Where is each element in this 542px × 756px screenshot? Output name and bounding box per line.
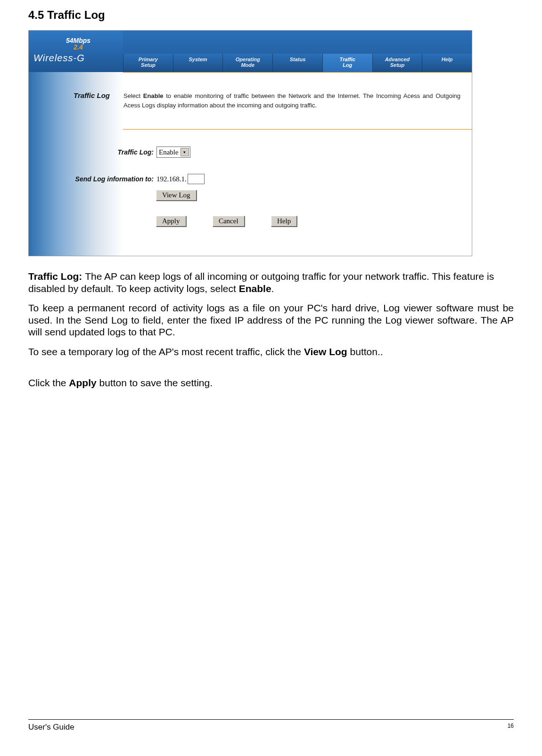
section-description: Select Enable to enable monitoring of tr…	[123, 91, 460, 110]
traffic-log-label: Traffic Log:	[29, 148, 156, 156]
ip-octet-input[interactable]	[188, 174, 205, 184]
sidebar-gradient	[29, 72, 123, 256]
footer-title: User's Guide	[28, 723, 74, 732]
apply-button[interactable]: Apply	[156, 216, 186, 227]
page-footer: User's Guide 16	[28, 719, 514, 732]
tab-primary-setup[interactable]: PrimarySetup	[123, 54, 173, 72]
app-screenshot: 54Mbps 2.4 Wireless-G PrimarySetupSystem…	[28, 30, 472, 256]
tab-advanced-setup[interactable]: AdvancedSetup	[372, 54, 422, 72]
paragraph-apply: Click the Apply button to save the setti…	[28, 377, 514, 389]
app-header: 54Mbps 2.4 Wireless-G PrimarySetupSystem…	[29, 31, 472, 72]
nav-tabs: PrimarySetupSystemOperatingModeStatusTra…	[123, 54, 472, 72]
tab-operating-mode[interactable]: OperatingMode	[222, 54, 272, 72]
chevron-down-icon: ▾	[181, 148, 189, 156]
send-to-label: Send Log information to:	[29, 175, 156, 183]
view-log-button[interactable]: View Log	[156, 190, 197, 201]
paragraph-view-log: To see a temporary log of the AP's most …	[28, 346, 514, 358]
section-title: Traffic Log	[74, 91, 74, 99]
page-number: 16	[508, 723, 514, 732]
paragraph-permanent-record: To keep a permanent record of activity l…	[28, 302, 514, 338]
ip-prefix: 192.168.1.	[156, 175, 187, 183]
tab-status[interactable]: Status	[272, 54, 322, 72]
traffic-log-select[interactable]: Enable ▾	[156, 146, 190, 158]
paragraph-traffic-log: Traffic Log: The AP can keep logs of all…	[28, 270, 514, 294]
tab-help[interactable]: Help	[422, 54, 472, 72]
tab-system[interactable]: System	[173, 54, 223, 72]
cancel-button[interactable]: Cancel	[213, 216, 245, 227]
section-heading: 4.5 Traffic Log	[28, 8, 514, 22]
traffic-log-value: Enable	[159, 148, 179, 156]
tab-traffic-log[interactable]: TrafficLog	[322, 54, 372, 72]
help-button[interactable]: Help	[271, 216, 297, 227]
logo-band: 2.4	[33, 43, 123, 51]
logo-brand: Wireless-G	[33, 53, 123, 64]
logo: 54Mbps 2.4 Wireless-G	[29, 31, 123, 72]
